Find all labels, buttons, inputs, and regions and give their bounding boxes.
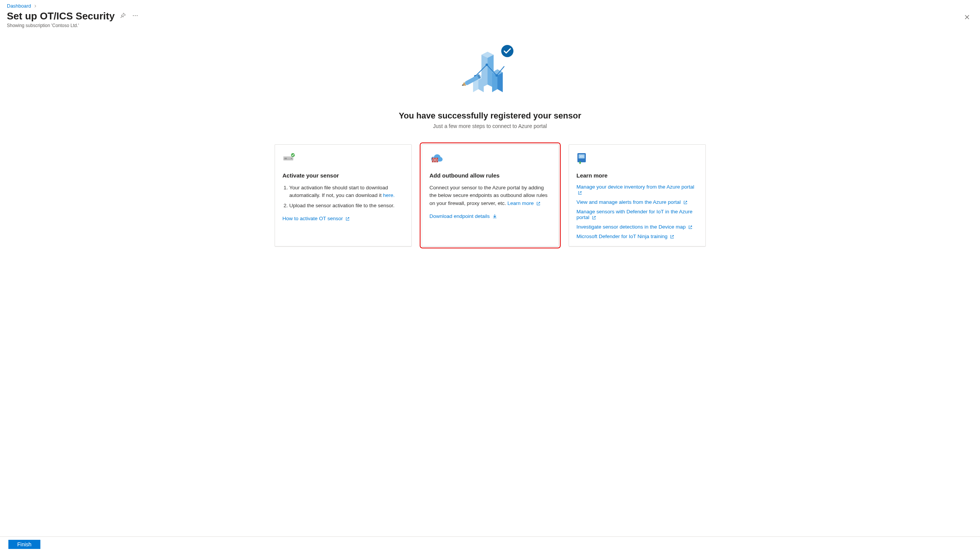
breadcrumb: Dashboard xyxy=(7,3,973,9)
outbound-learn-more-link[interactable]: Learn more xyxy=(507,200,540,206)
svg-point-2 xyxy=(137,15,137,16)
card-activate-title: Activate your sensor xyxy=(283,172,404,179)
close-button[interactable] xyxy=(962,14,972,22)
svg-point-13 xyxy=(485,64,488,66)
activate-step-1: Your activation file should start to dow… xyxy=(289,184,404,200)
svg-rect-22 xyxy=(285,158,287,159)
svg-point-0 xyxy=(133,15,134,16)
card-outbound-title: Add outbound allow rules xyxy=(430,172,551,179)
chevron-right-icon xyxy=(34,4,37,8)
external-link-icon xyxy=(592,216,596,220)
sensor-device-icon xyxy=(283,152,404,165)
footer-bar: Finish xyxy=(0,536,980,552)
card-learn-more: 101 Learn more Manage your device invent… xyxy=(569,144,706,246)
external-link-icon xyxy=(683,200,687,205)
download-here-link[interactable]: here. xyxy=(383,192,395,198)
learn-link-alerts[interactable]: View and manage alerts from the Azure po… xyxy=(577,199,698,205)
svg-point-14 xyxy=(495,74,497,77)
breadcrumb-dashboard-link[interactable]: Dashboard xyxy=(7,3,31,9)
download-icon xyxy=(492,214,497,219)
download-endpoint-details-link[interactable]: Download endpoint details xyxy=(430,213,497,219)
close-icon xyxy=(964,14,970,22)
book-icon: 101 xyxy=(577,152,698,165)
finish-button[interactable]: Finish xyxy=(8,540,40,549)
more-horizontal-icon xyxy=(132,13,138,20)
learn-link-device-map[interactable]: Investigate sensor detections in the Dev… xyxy=(577,224,698,230)
svg-text:101: 101 xyxy=(579,155,584,158)
learn-link-device-inventory[interactable]: Manage your device inventory from the Az… xyxy=(577,184,698,195)
external-link-icon xyxy=(345,217,350,221)
card-learn-title: Learn more xyxy=(577,172,698,179)
external-link-icon xyxy=(578,191,582,195)
pin-button[interactable] xyxy=(118,11,128,21)
card-outbound-rules: Add outbound allow rules Connect your se… xyxy=(422,144,559,246)
more-button[interactable] xyxy=(131,11,140,21)
howto-activate-link[interactable]: How to activate OT sensor xyxy=(283,216,350,221)
pin-icon xyxy=(120,13,126,20)
activate-step-2: Upload the sensor activation file to the… xyxy=(289,202,404,210)
hero-subtitle: Just a few more steps to connect to Azur… xyxy=(7,123,973,129)
learn-link-manage-sensors[interactable]: Manage sensors with Defender for IoT in … xyxy=(577,209,698,220)
cloud-firewall-icon xyxy=(430,152,551,165)
page-title: Set up OT/ICS Security xyxy=(7,10,115,22)
hero-title: You have successfully registered your se… xyxy=(7,111,973,121)
page-subtitle: Showing subscription 'Contoso Ltd.' xyxy=(7,23,973,28)
success-illustration xyxy=(458,40,523,102)
external-link-icon xyxy=(688,225,692,229)
external-link-icon xyxy=(670,235,674,239)
card-activate-sensor: Activate your sensor Your activation fil… xyxy=(275,144,412,246)
svg-point-1 xyxy=(135,15,136,16)
external-link-icon xyxy=(536,202,540,206)
learn-link-ninja-training[interactable]: Microsoft Defender for IoT Ninja trainin… xyxy=(577,234,698,239)
svg-point-23 xyxy=(291,158,291,159)
